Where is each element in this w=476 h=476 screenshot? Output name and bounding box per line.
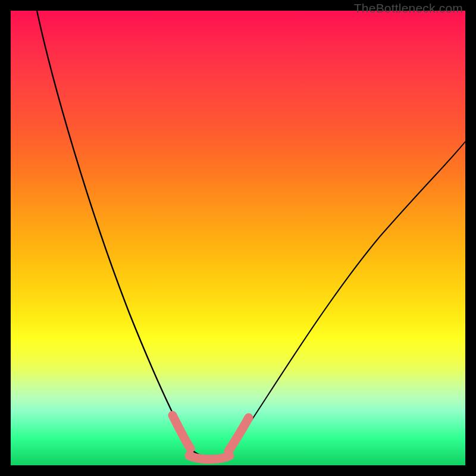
curve-left-branch	[37, 11, 190, 448]
chart-svg	[11, 11, 465, 465]
marker-left-descent	[173, 415, 190, 449]
marker-bottom	[189, 456, 230, 459]
marker-right-ascent	[228, 418, 249, 451]
chart-frame	[11, 11, 465, 465]
curve-right-branch	[231, 142, 465, 451]
watermark-text: TheBottleneck.com	[354, 1, 463, 15]
